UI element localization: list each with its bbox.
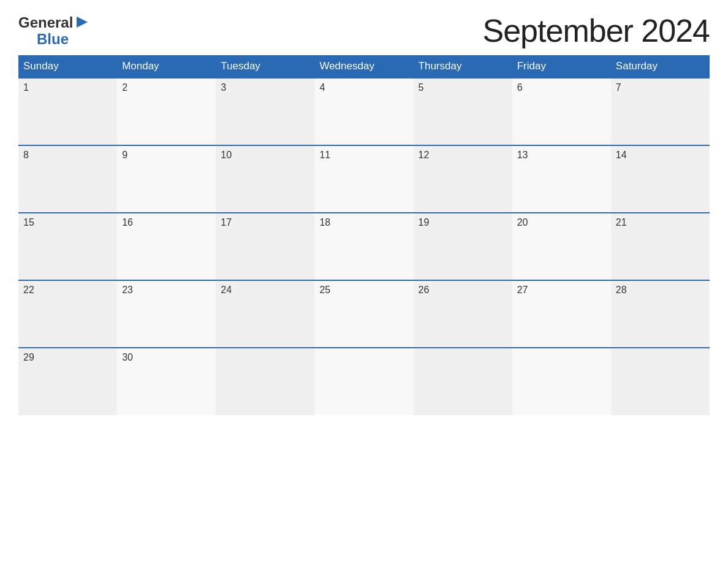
calendar-day-cell: 7	[611, 78, 710, 145]
calendar-day-cell: 28	[611, 280, 710, 348]
calendar-day-cell: 17	[216, 213, 314, 280]
calendar-day-cell	[611, 348, 710, 415]
day-number: 22	[23, 285, 34, 295]
day-number: 4	[319, 82, 325, 93]
logo: General Blue	[18, 15, 89, 47]
day-number: 9	[122, 150, 127, 160]
calendar-day-cell: 21	[611, 213, 710, 280]
day-number: 19	[419, 217, 430, 228]
calendar-table: Sunday Monday Tuesday Wednesday Thursday…	[18, 55, 710, 415]
day-number: 25	[319, 285, 330, 295]
calendar-day-cell: 19	[414, 213, 512, 280]
day-number: 27	[517, 285, 528, 295]
day-number: 23	[122, 285, 133, 295]
day-number: 21	[616, 217, 627, 228]
day-number: 5	[419, 82, 424, 93]
calendar-day-cell: 8	[18, 145, 117, 213]
calendar-day-cell: 22	[18, 280, 117, 348]
calendar-day-cell: 24	[216, 280, 314, 348]
calendar-day-cell: 26	[414, 280, 512, 348]
calendar-week-row: 891011121314	[18, 145, 710, 213]
calendar-day-cell: 29	[18, 348, 117, 415]
calendar-day-cell: 15	[18, 213, 117, 280]
calendar-day-cell: 27	[512, 280, 611, 348]
calendar-day-cell: 1	[18, 78, 117, 145]
calendar-day-cell: 14	[611, 145, 710, 213]
calendar-day-cell	[314, 348, 413, 415]
calendar-day-cell: 11	[314, 145, 413, 213]
day-number: 10	[221, 150, 232, 160]
header-sunday: Sunday	[18, 55, 117, 78]
day-number: 20	[517, 217, 528, 228]
calendar-day-cell: 9	[117, 145, 216, 213]
day-number: 3	[221, 82, 226, 93]
calendar-week-row: 15161718192021	[18, 213, 710, 280]
calendar-day-cell	[512, 348, 611, 415]
logo-general-text: General	[18, 15, 73, 30]
calendar-week-row: 1234567	[18, 78, 710, 145]
calendar-day-cell: 30	[117, 348, 216, 415]
day-number: 29	[23, 352, 34, 362]
header-friday: Friday	[512, 55, 611, 78]
day-number: 1	[23, 82, 29, 93]
day-number: 15	[23, 217, 34, 228]
calendar-day-cell: 10	[216, 145, 314, 213]
calendar-week-row: 22232425262728	[18, 280, 710, 348]
calendar-day-cell: 18	[314, 213, 413, 280]
calendar-day-cell	[414, 348, 512, 415]
day-number: 28	[616, 285, 627, 295]
header-tuesday: Tuesday	[216, 55, 314, 78]
day-number: 24	[221, 285, 232, 295]
day-number: 11	[319, 150, 330, 160]
day-number: 12	[419, 150, 430, 160]
calendar-day-cell: 20	[512, 213, 611, 280]
day-number: 14	[616, 150, 627, 160]
header-saturday: Saturday	[611, 55, 710, 78]
day-number: 2	[122, 82, 127, 93]
day-number: 18	[319, 217, 330, 228]
logo-arrow-icon	[75, 15, 89, 31]
day-number: 17	[221, 217, 232, 228]
header-monday: Monday	[117, 55, 216, 78]
calendar-day-cell	[216, 348, 314, 415]
day-number: 26	[419, 285, 430, 295]
calendar-day-cell: 13	[512, 145, 611, 213]
calendar-day-cell: 3	[216, 78, 314, 145]
day-number: 8	[23, 150, 29, 160]
calendar-day-cell: 25	[314, 280, 413, 348]
day-number: 30	[122, 352, 133, 362]
day-number: 6	[517, 82, 523, 93]
day-number: 13	[517, 150, 528, 160]
header-wednesday: Wednesday	[314, 55, 413, 78]
header-thursday: Thursday	[414, 55, 512, 78]
logo-blue-text: Blue	[37, 32, 69, 47]
svg-marker-0	[77, 17, 88, 28]
calendar-header-row: Sunday Monday Tuesday Wednesday Thursday…	[18, 55, 710, 78]
calendar-day-cell: 5	[414, 78, 512, 145]
calendar-day-cell: 23	[117, 280, 216, 348]
page-header: General Blue September 2024	[18, 12, 710, 49]
calendar-day-cell: 16	[117, 213, 216, 280]
calendar-day-cell: 12	[414, 145, 512, 213]
calendar-day-cell: 6	[512, 78, 611, 145]
calendar-day-cell: 2	[117, 78, 216, 145]
month-title: September 2024	[483, 12, 710, 49]
calendar-week-row: 2930	[18, 348, 710, 415]
day-number: 7	[616, 82, 621, 93]
day-number: 16	[122, 217, 133, 228]
calendar-day-cell: 4	[314, 78, 413, 145]
